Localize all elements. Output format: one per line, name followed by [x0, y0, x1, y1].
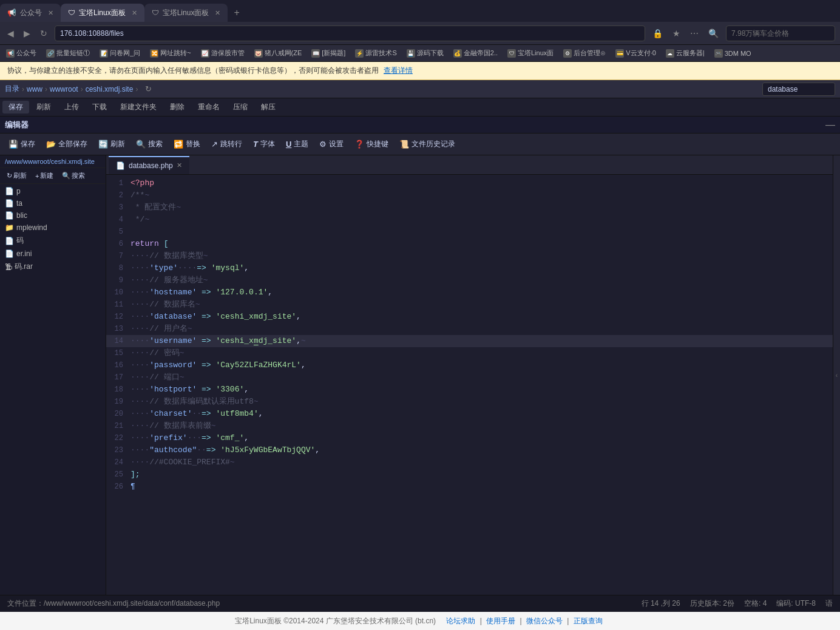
bookmark-piliang[interactable]: 🔗 批量短链① — [42, 47, 93, 59]
tab-icon: 📢 — [7, 8, 16, 17]
file-icon: 📁 — [5, 223, 14, 232]
bm-label: 云服务器| — [676, 49, 705, 58]
replace-button[interactable]: 🔁 替换 — [169, 137, 205, 152]
bookmark-vpay[interactable]: 💳 V云支付·0 — [612, 47, 660, 59]
font-button[interactable]: T 字体 — [248, 137, 280, 152]
save-button[interactable]: 💾 保存 — [4, 137, 40, 152]
file-tab-database[interactable]: 📄 database.php ✕ — [109, 156, 189, 174]
goto-line-button[interactable]: ↗ 跳转行 — [206, 137, 247, 152]
list-item[interactable]: 📄 blic — [0, 209, 106, 222]
toolbar-tab-extract[interactable]: 解压 — [255, 101, 282, 113]
footer-text: 宝塔Linux面板 ©2014-2024 广东堡塔安全技术有限公司 (bt.cn… — [235, 617, 436, 625]
bookmark-yunfuwu[interactable]: ☁ 云服务器| — [662, 47, 708, 59]
file-tab-icon: 📄 — [116, 161, 125, 170]
bookmark-youbao[interactable]: 📈 游保股市管 — [197, 47, 248, 59]
toolbar-tab-download[interactable]: 下载 — [86, 101, 113, 113]
file-tab-close[interactable]: ✕ — [177, 161, 182, 169]
bookmark-yuanma[interactable]: 💾 源码下载 — [403, 47, 447, 59]
menu-icon[interactable]: ⋯ — [688, 27, 701, 39]
bookmark-icon[interactable]: ★ — [670, 27, 683, 39]
line-content: /**~ — [130, 189, 149, 202]
back-button[interactable]: ◀ — [5, 27, 16, 39]
tab-baota-1[interactable]: 🛡 宝塔Linux面板 ✕ — [61, 4, 144, 22]
code-line: 13 ····// 用户名~ — [106, 323, 833, 335]
bookmark-jinrong[interactable]: 💰 金融帝国2.. — [450, 47, 501, 59]
list-item[interactable]: 📄 p — [0, 185, 106, 197]
search-input[interactable] — [726, 25, 835, 41]
code-line: 5 — [106, 226, 833, 238]
bookmark-zhubajie[interactable]: 🐷 猪八戒网(ZE — [251, 47, 306, 59]
code-line: 16 ····'password' => 'Cay52ZLFaZHGK4rL', — [106, 359, 833, 371]
tab-close-icon[interactable]: ✕ — [132, 9, 137, 17]
breadcrumb-item-site[interactable]: ceshi.xmdj.site — [86, 85, 134, 93]
toolbar-tab-delete[interactable]: 删除 — [164, 101, 191, 113]
panel-refresh-button[interactable]: ↻ 刷新 — [4, 170, 30, 181]
minimize-button[interactable]: — — [825, 120, 835, 130]
footer-link-verify[interactable]: 正版查询 — [574, 617, 603, 625]
toolbar-tab-compress[interactable]: 压缩 — [227, 101, 254, 113]
shortcuts-icon: ❓ — [354, 140, 364, 149]
code-line: 11 ····// 数据库名~ — [106, 299, 833, 311]
bookmark-3dm[interactable]: 🎮 3DM MO — [711, 48, 755, 59]
settings-button[interactable]: ⚙ 设置 — [314, 137, 348, 152]
bookmark-gongzhonghao[interactable]: 📢 公众号 — [2, 47, 40, 59]
panel-new-button[interactable]: + 新建 — [32, 170, 56, 181]
warning-link[interactable]: 查看详情 — [384, 66, 413, 76]
bm-icon: 🔗 — [46, 49, 55, 58]
footer-link-wechat[interactable]: 微信公众号 — [526, 617, 563, 625]
address-input[interactable]: 176.108:10888/files — [55, 25, 645, 41]
tab-baota-2[interactable]: 🛡 宝塔Linux面板 ✕ — [144, 4, 228, 22]
bm-label: 猪八戒网(ZE — [265, 49, 302, 58]
history-button[interactable]: 📜 文件历史记录 — [395, 137, 460, 152]
new-tab-button[interactable]: + — [228, 7, 245, 18]
indent-size: 空格: 4 — [744, 598, 767, 609]
toolbar-tab-refresh[interactable]: 刷新 — [30, 101, 57, 113]
bookmark-baota[interactable]: 🛡 宝塔Linux面 — [504, 47, 557, 59]
breadcrumb-item-root[interactable]: 目录 — [5, 84, 19, 94]
tab-close-icon[interactable]: ✕ — [48, 9, 53, 17]
toolbar-tab-rename[interactable]: 重命名 — [192, 101, 226, 113]
list-item[interactable]: 📄 er.ini — [0, 248, 106, 260]
breadcrumb-item-www[interactable]: www — [27, 85, 42, 93]
tab-icon: 🛡 — [68, 8, 75, 17]
theme-button[interactable]: U 主题 — [281, 137, 313, 152]
refresh-button[interactable]: 🔄 刷新 — [93, 137, 130, 152]
list-item[interactable]: 📄 码 — [0, 234, 106, 248]
theme-icon: U — [286, 140, 291, 149]
bookmark-yuanlei[interactable]: ⚡ 源雷技术S — [351, 47, 400, 59]
code-line: 23 ····"authcode"··=> 'hJ5xFyWGbEAwTbjQQ… — [106, 444, 833, 456]
tab-gongzhonghao[interactable]: 📢 公众号 ✕ — [0, 4, 61, 22]
tab-close-icon[interactable]: ✕ — [215, 9, 220, 17]
list-item[interactable]: 🗜 码.rar — [0, 260, 106, 274]
line-number: 26 — [106, 481, 130, 493]
toolbar-tab-save[interactable]: 保存 — [2, 101, 29, 113]
bm-icon: 🎮 — [714, 49, 723, 58]
forward-button[interactable]: ▶ — [21, 27, 33, 39]
shortcuts-button[interactable]: ❓ 快捷键 — [350, 137, 393, 152]
panel-search-button[interactable]: 🔍 搜索 — [59, 170, 88, 181]
collapse-panel-handle[interactable]: ‹ — [833, 155, 840, 595]
refresh-breadcrumb-button[interactable]: ↻ — [145, 84, 152, 93]
line-number: 23 — [106, 444, 130, 456]
toolbar-tab-newdir[interactable]: 新建文件夹 — [114, 101, 163, 113]
warning-banner: 协议，与你建立的连接不安全，请勿在页面内输入任何敏感信息（密码或银行卡信息等），… — [0, 62, 840, 80]
search-button[interactable]: 🔍 搜索 — [131, 137, 168, 152]
toolbar-tab-upload[interactable]: 上传 — [58, 101, 85, 113]
bookmark-houtai[interactable]: ⚙ 后台管理⊙ — [560, 47, 609, 59]
footer-link-manual[interactable]: 使用手册 — [486, 617, 515, 625]
refresh-icon: 🔄 — [98, 140, 108, 149]
save-all-button[interactable]: 📂 全部保存 — [41, 137, 92, 152]
line-content: ····// 数据库表前缀~ — [130, 420, 215, 432]
line-content: ····'prefix'···=> 'cmf_', — [130, 432, 249, 444]
breadcrumb-item-wwwroot[interactable]: wwwroot — [50, 85, 78, 93]
list-item[interactable]: 📄 ta — [0, 197, 106, 209]
bookmark-wenjuan[interactable]: 📝 问卷网_问 — [96, 47, 144, 59]
list-item[interactable]: 📁 mplewind — [0, 222, 106, 234]
bookmark-wangzhi[interactable]: 🔀 网址跳转~ — [146, 47, 194, 59]
file-search-input[interactable] — [762, 83, 835, 96]
reload-button[interactable]: ↻ — [38, 27, 50, 39]
search-icon[interactable]: 🔍 — [706, 27, 721, 39]
code-content[interactable]: 1 <?php 2 /**~ 3 * 配置文件~ 4 */~ — [106, 175, 833, 595]
footer-link-forum[interactable]: 论坛求助 — [446, 617, 475, 625]
bookmark-xinjie[interactable]: 📖 [新揭题] — [308, 47, 349, 59]
